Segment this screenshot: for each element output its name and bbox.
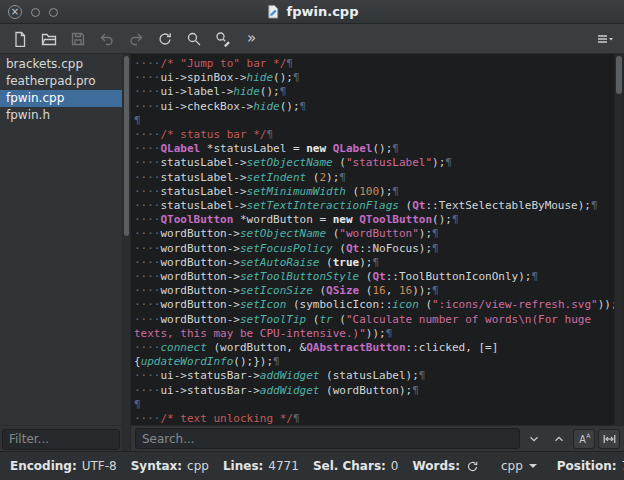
- selected-chars-status: Sel. Chars: 0: [313, 459, 399, 473]
- save-icon: [70, 31, 86, 47]
- editor-scrollbar[interactable]: [614, 54, 624, 425]
- search-and-replace-button[interactable]: [209, 27, 236, 51]
- search-button[interactable]: [180, 27, 207, 51]
- code-line: ····wordButton->setIcon (symbolicIcon::i…: [134, 298, 613, 312]
- syntax-value: cpp: [187, 459, 209, 473]
- undo-icon: [99, 31, 115, 47]
- syntax-status: Syntax: cpp: [131, 459, 209, 473]
- open-folder-icon: [41, 31, 57, 47]
- undo-button[interactable]: [93, 27, 120, 51]
- code-line: ····wordButton->setToolTip (tr ("Calcula…: [134, 313, 613, 327]
- save-button[interactable]: [64, 27, 91, 51]
- position-label: Position:: [557, 459, 617, 473]
- chevron-up-icon: [552, 432, 566, 446]
- combo-caret-icon: [529, 464, 537, 468]
- code-line: ····QLabel *statusLabel = new QLabel();¶: [134, 142, 613, 156]
- menu-icon: [596, 31, 614, 47]
- refresh-icon: [466, 460, 479, 473]
- code-line: ····ui->label->hide();¶: [134, 85, 613, 99]
- lines-value: 4771: [268, 459, 299, 473]
- filter-row: [0, 425, 122, 451]
- code-line: ····ui->spinBox->hide();¶: [134, 71, 613, 85]
- code-line: ····statusLabel->setIndent (2);¶: [134, 171, 613, 185]
- code-line: ····wordButton->setObjectName ("wordButt…: [134, 227, 613, 241]
- syntax-combo[interactable]: cpp: [495, 457, 543, 475]
- titlebar: × fpwin.cpp: [0, 0, 624, 24]
- code-line: ····wordButton->setToolButtonStyle (Qt::…: [134, 270, 613, 284]
- new-file-button[interactable]: [6, 27, 33, 51]
- svg-text:A: A: [586, 432, 591, 439]
- main-area: brackets.cppfeatherpad.profpwin.cppfpwin…: [0, 54, 624, 451]
- reload-icon: [157, 31, 173, 47]
- minimize-button[interactable]: [31, 8, 40, 17]
- code-line: ····wordButton->setAutoRaise (true);¶: [134, 256, 613, 270]
- code-line: ····QToolButton *wordButton = new QToolB…: [134, 213, 613, 227]
- chevron-down-icon: [527, 432, 541, 446]
- toolbar-overflow-button[interactable]: »: [238, 27, 265, 51]
- toolbar: »: [0, 24, 624, 54]
- encoding-label: Encoding:: [10, 459, 77, 473]
- window-title-area: fpwin.cpp: [266, 4, 359, 19]
- reload-button[interactable]: [151, 27, 178, 51]
- match-case-button[interactable]: A A: [573, 429, 595, 449]
- sidebar-scrollbar[interactable]: [122, 54, 131, 451]
- search-input[interactable]: [135, 428, 520, 449]
- search-icon: [186, 31, 202, 47]
- code-line: ····/* status bar */¶: [134, 128, 613, 142]
- lines-status: Lines: 4771: [223, 459, 299, 473]
- window-controls: ×: [8, 0, 58, 24]
- sel-chars-label: Sel. Chars:: [313, 459, 386, 473]
- editor-column: ····/* "Jump to" bar */¶····ui->spinBox-…: [131, 54, 624, 451]
- code-line: ····/* "Jump to" bar */¶: [134, 57, 613, 71]
- find-previous-button[interactable]: [548, 429, 570, 449]
- menu-button[interactable]: [591, 27, 618, 51]
- whole-word-icon: [602, 432, 617, 446]
- editor-scrollbar-handle[interactable]: [616, 56, 622, 94]
- words-label: Words:: [412, 459, 460, 473]
- code-line: texts, this may be CPU-intensive.)"));¶: [134, 327, 613, 341]
- words-status: Words:: [412, 458, 481, 474]
- new-file-icon: [12, 31, 28, 47]
- svg-text:A: A: [579, 433, 586, 444]
- app-window: × fpwin.cpp: [0, 0, 624, 480]
- syntax-combo-value: cpp: [501, 459, 523, 473]
- code-line: ····statusLabel->setObjectName ("statusL…: [134, 156, 613, 170]
- code-line: ¶: [134, 114, 613, 128]
- redo-button[interactable]: [122, 27, 149, 51]
- list-item[interactable]: brackets.cpp: [0, 56, 122, 73]
- code-line: ····connect (wordButton, &QAbstractButto…: [134, 341, 613, 355]
- window-title: fpwin.cpp: [287, 4, 359, 19]
- find-next-button[interactable]: [523, 429, 545, 449]
- syntax-label: Syntax:: [131, 459, 182, 473]
- list-item[interactable]: fpwin.cpp: [0, 90, 122, 107]
- code-line: ····wordButton->setFocusPolicy (Qt::NoFo…: [134, 242, 613, 256]
- code-line: ····ui->checkBox->hide();¶: [134, 100, 613, 114]
- code-line: ¶: [134, 398, 613, 412]
- maximize-button[interactable]: [49, 8, 58, 17]
- redo-icon: [128, 31, 144, 47]
- list-item[interactable]: fpwin.h: [0, 107, 122, 124]
- close-button[interactable]: ×: [8, 5, 22, 19]
- lines-label: Lines:: [223, 459, 263, 473]
- word-count-refresh-button[interactable]: [465, 458, 481, 474]
- search-bar: A A: [131, 425, 624, 451]
- sidebar: brackets.cppfeatherpad.profpwin.cppfpwin…: [0, 54, 122, 451]
- file-list: brackets.cppfeatherpad.profpwin.cppfpwin…: [0, 54, 122, 425]
- document-icon: [266, 4, 281, 19]
- code-line: ····ui->statusBar->addWidget (statusLabe…: [134, 369, 613, 383]
- filter-input[interactable]: [2, 429, 120, 450]
- open-file-button[interactable]: [35, 27, 62, 51]
- list-item[interactable]: featherpad.pro: [0, 73, 122, 90]
- code-area[interactable]: ····/* "Jump to" bar */¶····ui->spinBox-…: [131, 54, 614, 425]
- whole-word-button[interactable]: [598, 429, 620, 449]
- editor[interactable]: ····/* "Jump to" bar */¶····ui->spinBox-…: [131, 54, 624, 425]
- code-line: ····statusLabel->setMinimumWidth (100);¶: [134, 185, 613, 199]
- sidebar-scrollbar-handle[interactable]: [124, 56, 129, 236]
- code-line: ····ui->statusBar->addWidget (wordButton…: [134, 384, 613, 398]
- code-line: ····/* text unlocking */¶: [134, 412, 613, 425]
- code-line: {updateWordInfo();});¶: [134, 355, 613, 369]
- match-case-icon: A A: [577, 432, 592, 446]
- code-line: ····statusLabel->setTextInteractionFlags…: [134, 199, 613, 213]
- overflow-chevron-icon: »: [247, 31, 256, 46]
- code-line: ····wordButton->setIconSize (QSize (16, …: [134, 284, 613, 298]
